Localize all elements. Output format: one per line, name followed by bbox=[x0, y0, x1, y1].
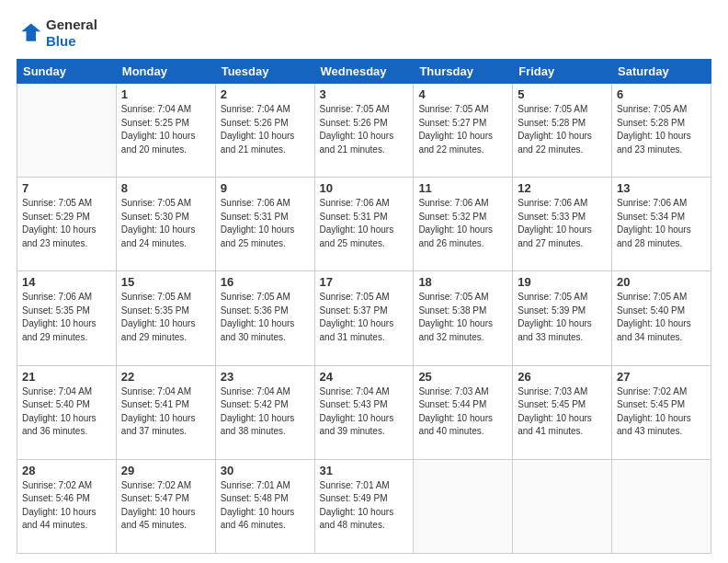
calendar-cell: 13Sunrise: 7:06 AMSunset: 5:34 PMDayligh… bbox=[612, 178, 711, 271]
weekday-header-wednesday: Wednesday bbox=[314, 60, 414, 84]
day-info: Sunrise: 7:06 AMSunset: 5:32 PMDaylight:… bbox=[418, 197, 507, 250]
day-number: 21 bbox=[22, 370, 111, 384]
day-info: Sunrise: 7:04 AMSunset: 5:26 PMDaylight:… bbox=[221, 103, 310, 156]
day-info: Sunrise: 7:06 AMSunset: 5:31 PMDaylight:… bbox=[320, 197, 409, 250]
day-info: Sunrise: 7:04 AMSunset: 5:41 PMDaylight:… bbox=[121, 385, 210, 439]
calendar-cell: 2Sunrise: 7:04 AMSunset: 5:26 PMDaylight… bbox=[215, 84, 314, 178]
calendar-cell: 21Sunrise: 7:04 AMSunset: 5:40 PMDayligh… bbox=[17, 365, 117, 459]
calendar-cell: 29Sunrise: 7:02 AMSunset: 5:47 PMDayligh… bbox=[116, 459, 215, 553]
day-number: 26 bbox=[518, 370, 607, 384]
day-number: 11 bbox=[418, 181, 507, 195]
calendar-cell: 3Sunrise: 7:05 AMSunset: 5:26 PMDaylight… bbox=[314, 84, 414, 178]
calendar-cell: 7Sunrise: 7:05 AMSunset: 5:29 PMDaylight… bbox=[17, 178, 117, 271]
day-info: Sunrise: 7:04 AMSunset: 5:25 PMDaylight:… bbox=[121, 103, 210, 156]
day-info: Sunrise: 7:03 AMSunset: 5:45 PMDaylight:… bbox=[518, 385, 607, 439]
day-number: 14 bbox=[22, 275, 111, 289]
day-info: Sunrise: 7:05 AMSunset: 5:30 PMDaylight:… bbox=[121, 197, 210, 250]
calendar-cell: 18Sunrise: 7:05 AMSunset: 5:38 PMDayligh… bbox=[414, 271, 513, 365]
day-number: 1 bbox=[121, 87, 210, 101]
day-number: 13 bbox=[617, 181, 706, 195]
day-info: Sunrise: 7:05 AMSunset: 5:35 PMDaylight:… bbox=[121, 291, 210, 344]
calendar-cell: 25Sunrise: 7:03 AMSunset: 5:44 PMDayligh… bbox=[414, 365, 513, 459]
calendar-cell bbox=[612, 459, 711, 553]
day-number: 20 bbox=[617, 275, 706, 289]
calendar-cell: 4Sunrise: 7:05 AMSunset: 5:27 PMDaylight… bbox=[414, 84, 513, 178]
day-number: 15 bbox=[121, 275, 210, 289]
day-number: 27 bbox=[617, 370, 706, 384]
calendar-cell: 17Sunrise: 7:05 AMSunset: 5:37 PMDayligh… bbox=[314, 271, 414, 365]
day-number: 10 bbox=[320, 181, 409, 195]
day-info: Sunrise: 7:06 AMSunset: 5:34 PMDaylight:… bbox=[617, 197, 706, 250]
calendar-cell bbox=[414, 459, 513, 553]
day-info: Sunrise: 7:05 AMSunset: 5:27 PMDaylight:… bbox=[418, 103, 507, 156]
day-info: Sunrise: 7:06 AMSunset: 5:31 PMDaylight:… bbox=[221, 197, 310, 250]
day-number: 5 bbox=[518, 87, 607, 101]
day-info: Sunrise: 7:05 AMSunset: 5:38 PMDaylight:… bbox=[418, 291, 507, 344]
day-number: 30 bbox=[221, 464, 310, 477]
calendar-cell: 12Sunrise: 7:06 AMSunset: 5:33 PMDayligh… bbox=[513, 178, 612, 271]
calendar-cell: 27Sunrise: 7:02 AMSunset: 5:45 PMDayligh… bbox=[612, 365, 711, 459]
day-number: 28 bbox=[22, 464, 111, 477]
logo: General Blue bbox=[17, 17, 97, 50]
logo-text: General Blue bbox=[46, 17, 97, 50]
day-info: Sunrise: 7:04 AMSunset: 5:40 PMDaylight:… bbox=[22, 385, 111, 439]
calendar-cell: 24Sunrise: 7:04 AMSunset: 5:43 PMDayligh… bbox=[314, 365, 414, 459]
calendar-cell: 20Sunrise: 7:05 AMSunset: 5:40 PMDayligh… bbox=[612, 271, 711, 365]
day-info: Sunrise: 7:02 AMSunset: 5:45 PMDaylight:… bbox=[617, 385, 706, 439]
day-number: 7 bbox=[22, 181, 111, 195]
calendar-cell: 19Sunrise: 7:05 AMSunset: 5:39 PMDayligh… bbox=[513, 271, 612, 365]
day-number: 25 bbox=[418, 370, 507, 384]
calendar-cell: 6Sunrise: 7:05 AMSunset: 5:28 PMDaylight… bbox=[612, 84, 711, 178]
day-info: Sunrise: 7:05 AMSunset: 5:37 PMDaylight:… bbox=[320, 291, 409, 344]
day-number: 8 bbox=[121, 181, 210, 195]
day-info: Sunrise: 7:05 AMSunset: 5:39 PMDaylight:… bbox=[518, 291, 607, 344]
day-number: 23 bbox=[221, 370, 310, 384]
weekday-header-tuesday: Tuesday bbox=[215, 60, 314, 84]
weekday-header-friday: Friday bbox=[513, 60, 612, 84]
day-number: 29 bbox=[121, 464, 210, 477]
day-info: Sunrise: 7:05 AMSunset: 5:40 PMDaylight:… bbox=[617, 291, 706, 344]
day-number: 6 bbox=[617, 87, 706, 101]
weekday-header-saturday: Saturday bbox=[612, 60, 711, 84]
page: General Blue SundayMondayTuesdayWednesda… bbox=[0, 0, 728, 563]
day-number: 2 bbox=[221, 87, 310, 101]
day-info: Sunrise: 7:05 AMSunset: 5:36 PMDaylight:… bbox=[221, 291, 310, 344]
day-info: Sunrise: 7:04 AMSunset: 5:43 PMDaylight:… bbox=[320, 385, 409, 439]
day-info: Sunrise: 7:03 AMSunset: 5:44 PMDaylight:… bbox=[418, 385, 507, 439]
calendar-cell: 9Sunrise: 7:06 AMSunset: 5:31 PMDaylight… bbox=[215, 178, 314, 271]
svg-marker-0 bbox=[21, 24, 40, 41]
calendar-cell: 22Sunrise: 7:04 AMSunset: 5:41 PMDayligh… bbox=[116, 365, 215, 459]
day-number: 12 bbox=[518, 181, 607, 195]
calendar-cell: 15Sunrise: 7:05 AMSunset: 5:35 PMDayligh… bbox=[116, 271, 215, 365]
day-info: Sunrise: 7:06 AMSunset: 5:33 PMDaylight:… bbox=[518, 197, 607, 250]
day-info: Sunrise: 7:06 AMSunset: 5:35 PMDaylight:… bbox=[22, 291, 111, 344]
day-info: Sunrise: 7:02 AMSunset: 5:46 PMDaylight:… bbox=[22, 479, 111, 533]
day-info: Sunrise: 7:05 AMSunset: 5:26 PMDaylight:… bbox=[320, 103, 409, 156]
header: General Blue bbox=[17, 17, 711, 50]
calendar-cell: 14Sunrise: 7:06 AMSunset: 5:35 PMDayligh… bbox=[17, 271, 117, 365]
day-number: 19 bbox=[518, 275, 607, 289]
day-number: 22 bbox=[121, 370, 210, 384]
calendar-cell: 26Sunrise: 7:03 AMSunset: 5:45 PMDayligh… bbox=[513, 365, 612, 459]
day-number: 4 bbox=[418, 87, 507, 101]
weekday-header-thursday: Thursday bbox=[414, 60, 513, 84]
day-info: Sunrise: 7:02 AMSunset: 5:47 PMDaylight:… bbox=[121, 479, 210, 533]
day-number: 24 bbox=[320, 370, 409, 384]
calendar-cell bbox=[17, 84, 117, 178]
calendar-cell: 10Sunrise: 7:06 AMSunset: 5:31 PMDayligh… bbox=[314, 178, 414, 271]
calendar-cell: 30Sunrise: 7:01 AMSunset: 5:48 PMDayligh… bbox=[215, 459, 314, 553]
calendar-cell: 5Sunrise: 7:05 AMSunset: 5:28 PMDaylight… bbox=[513, 84, 612, 178]
calendar-cell: 1Sunrise: 7:04 AMSunset: 5:25 PMDaylight… bbox=[116, 84, 215, 178]
calendar-cell: 28Sunrise: 7:02 AMSunset: 5:46 PMDayligh… bbox=[17, 459, 117, 553]
day-number: 16 bbox=[221, 275, 310, 289]
day-info: Sunrise: 7:01 AMSunset: 5:49 PMDaylight:… bbox=[320, 479, 409, 533]
day-number: 18 bbox=[418, 275, 507, 289]
weekday-header-sunday: Sunday bbox=[17, 60, 117, 84]
calendar-cell bbox=[513, 459, 612, 553]
day-number: 17 bbox=[320, 275, 409, 289]
calendar-cell: 23Sunrise: 7:04 AMSunset: 5:42 PMDayligh… bbox=[215, 365, 314, 459]
calendar: SundayMondayTuesdayWednesdayThursdayFrid… bbox=[17, 59, 711, 554]
weekday-header-monday: Monday bbox=[116, 60, 215, 84]
calendar-cell: 31Sunrise: 7:01 AMSunset: 5:49 PMDayligh… bbox=[314, 459, 414, 553]
day-info: Sunrise: 7:05 AMSunset: 5:29 PMDaylight:… bbox=[22, 197, 111, 250]
